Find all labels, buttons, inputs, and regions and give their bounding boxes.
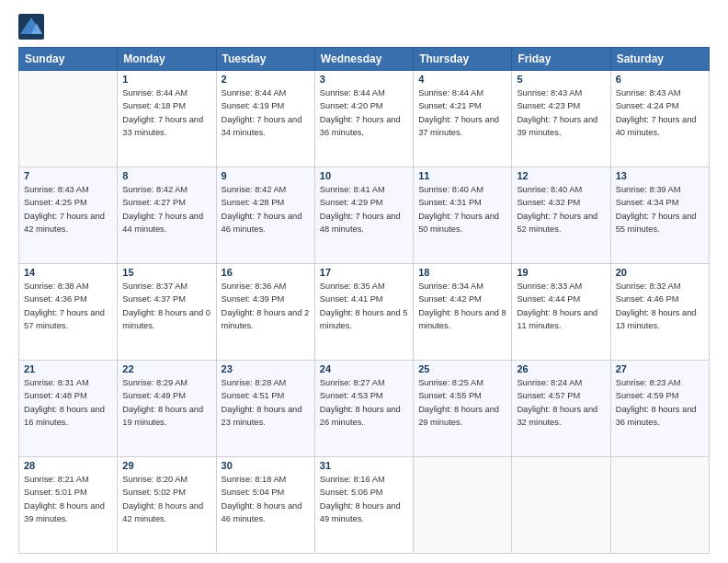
day-number: 22 — [122, 363, 210, 374]
day-number: 12 — [517, 170, 605, 181]
calendar-header-row: SundayMondayTuesdayWednesdayThursdayFrid… — [19, 48, 710, 71]
day-info: Sunrise: 8:16 AMSunset: 5:06 PMDaylight:… — [320, 473, 408, 526]
day-info: Sunrise: 8:44 AMSunset: 4:21 PMDaylight:… — [418, 86, 506, 140]
day-number: 25 — [418, 363, 506, 374]
day-number: 3 — [320, 74, 408, 85]
day-info: Sunrise: 8:18 AMSunset: 5:04 PMDaylight:… — [222, 473, 310, 526]
day-number: 8 — [122, 170, 210, 181]
calendar-cell: 12Sunrise: 8:40 AMSunset: 4:32 PMDayligh… — [512, 167, 610, 264]
day-info: Sunrise: 8:43 AMSunset: 4:23 PMDaylight:… — [517, 86, 605, 140]
day-info: Sunrise: 8:44 AMSunset: 4:20 PMDaylight:… — [320, 86, 408, 140]
day-number: 26 — [517, 363, 605, 374]
col-header-friday: Friday — [512, 48, 610, 71]
col-header-thursday: Thursday — [414, 48, 512, 71]
day-number: 13 — [616, 170, 704, 181]
day-info: Sunrise: 8:32 AMSunset: 4:46 PMDaylight:… — [616, 280, 704, 333]
calendar-cell: 3Sunrise: 8:44 AMSunset: 4:20 PMDaylight… — [314, 71, 413, 167]
calendar-week-2: 14Sunrise: 8:38 AMSunset: 4:36 PMDayligh… — [19, 264, 710, 361]
col-header-monday: Monday — [118, 48, 216, 71]
calendar-cell — [19, 71, 118, 167]
calendar-cell: 22Sunrise: 8:29 AMSunset: 4:49 PMDayligh… — [118, 361, 216, 457]
calendar-cell: 9Sunrise: 8:42 AMSunset: 4:28 PMDaylight… — [216, 167, 314, 264]
day-info: Sunrise: 8:35 AMSunset: 4:41 PMDaylight:… — [320, 280, 408, 333]
day-info: Sunrise: 8:29 AMSunset: 4:49 PMDaylight:… — [122, 376, 210, 430]
day-number: 11 — [418, 170, 506, 181]
day-number: 10 — [320, 170, 408, 181]
calendar-cell: 10Sunrise: 8:41 AMSunset: 4:29 PMDayligh… — [314, 167, 413, 264]
day-number: 23 — [222, 363, 310, 374]
calendar-page: SundayMondayTuesdayWednesdayThursdayFrid… — [0, 0, 728, 563]
day-number: 30 — [222, 460, 310, 471]
day-number: 17 — [320, 267, 408, 278]
calendar-cell: 4Sunrise: 8:44 AMSunset: 4:21 PMDaylight… — [414, 71, 512, 167]
day-info: Sunrise: 8:42 AMSunset: 4:27 PMDaylight:… — [122, 183, 210, 236]
day-number: 2 — [222, 74, 310, 85]
calendar-cell: 11Sunrise: 8:40 AMSunset: 4:31 PMDayligh… — [414, 167, 512, 264]
day-info: Sunrise: 8:42 AMSunset: 4:28 PMDaylight:… — [222, 183, 310, 236]
col-header-wednesday: Wednesday — [314, 48, 413, 71]
day-info: Sunrise: 8:44 AMSunset: 4:19 PMDaylight:… — [222, 86, 310, 140]
day-number: 24 — [320, 363, 408, 374]
day-info: Sunrise: 8:39 AMSunset: 4:34 PMDaylight:… — [616, 183, 704, 236]
day-number: 31 — [320, 460, 408, 471]
calendar-cell: 20Sunrise: 8:32 AMSunset: 4:46 PMDayligh… — [610, 264, 709, 361]
calendar-cell: 27Sunrise: 8:23 AMSunset: 4:59 PMDayligh… — [610, 361, 709, 457]
col-header-saturday: Saturday — [610, 48, 709, 71]
day-info: Sunrise: 8:40 AMSunset: 4:31 PMDaylight:… — [418, 183, 506, 236]
calendar-week-4: 28Sunrise: 8:21 AMSunset: 5:01 PMDayligh… — [19, 457, 710, 554]
day-info: Sunrise: 8:21 AMSunset: 5:01 PMDaylight:… — [24, 473, 112, 526]
day-number: 29 — [122, 460, 210, 471]
calendar-cell: 2Sunrise: 8:44 AMSunset: 4:19 PMDaylight… — [216, 71, 314, 167]
logo — [18, 14, 46, 40]
day-info: Sunrise: 8:38 AMSunset: 4:36 PMDaylight:… — [24, 280, 112, 333]
calendar-cell: 15Sunrise: 8:37 AMSunset: 4:37 PMDayligh… — [118, 264, 216, 361]
day-info: Sunrise: 8:31 AMSunset: 4:48 PMDaylight:… — [24, 376, 112, 430]
calendar-cell: 23Sunrise: 8:28 AMSunset: 4:51 PMDayligh… — [216, 361, 314, 457]
day-number: 16 — [222, 267, 310, 278]
day-number: 7 — [24, 170, 112, 181]
day-info: Sunrise: 8:28 AMSunset: 4:51 PMDaylight:… — [222, 376, 310, 430]
col-header-sunday: Sunday — [19, 48, 118, 71]
day-number: 6 — [616, 74, 704, 85]
header — [18, 14, 710, 40]
calendar-cell — [414, 457, 512, 554]
calendar-cell: 16Sunrise: 8:36 AMSunset: 4:39 PMDayligh… — [216, 264, 314, 361]
day-info: Sunrise: 8:44 AMSunset: 4:18 PMDaylight:… — [122, 86, 210, 140]
day-number: 1 — [122, 74, 210, 85]
calendar-cell: 6Sunrise: 8:43 AMSunset: 4:24 PMDaylight… — [610, 71, 709, 167]
day-number: 19 — [517, 267, 605, 278]
calendar-cell: 7Sunrise: 8:43 AMSunset: 4:25 PMDaylight… — [19, 167, 118, 264]
day-info: Sunrise: 8:25 AMSunset: 4:55 PMDaylight:… — [418, 376, 506, 430]
day-number: 14 — [24, 267, 112, 278]
calendar-cell: 31Sunrise: 8:16 AMSunset: 5:06 PMDayligh… — [314, 457, 413, 554]
day-number: 21 — [24, 363, 112, 374]
day-number: 20 — [616, 267, 704, 278]
calendar-cell: 13Sunrise: 8:39 AMSunset: 4:34 PMDayligh… — [610, 167, 709, 264]
day-number: 27 — [616, 363, 704, 374]
logo-icon — [18, 14, 44, 40]
calendar-cell: 30Sunrise: 8:18 AMSunset: 5:04 PMDayligh… — [216, 457, 314, 554]
day-info: Sunrise: 8:36 AMSunset: 4:39 PMDaylight:… — [222, 280, 310, 333]
day-info: Sunrise: 8:40 AMSunset: 4:32 PMDaylight:… — [517, 183, 605, 236]
calendar-cell: 18Sunrise: 8:34 AMSunset: 4:42 PMDayligh… — [414, 264, 512, 361]
day-info: Sunrise: 8:43 AMSunset: 4:25 PMDaylight:… — [24, 183, 112, 236]
day-info: Sunrise: 8:43 AMSunset: 4:24 PMDaylight:… — [616, 86, 704, 140]
calendar-cell: 28Sunrise: 8:21 AMSunset: 5:01 PMDayligh… — [19, 457, 118, 554]
calendar-cell: 1Sunrise: 8:44 AMSunset: 4:18 PMDaylight… — [118, 71, 216, 167]
day-info: Sunrise: 8:37 AMSunset: 4:37 PMDaylight:… — [122, 280, 210, 333]
day-number: 18 — [418, 267, 506, 278]
day-info: Sunrise: 8:24 AMSunset: 4:57 PMDaylight:… — [517, 376, 605, 430]
calendar-cell — [512, 457, 610, 554]
calendar-table: SundayMondayTuesdayWednesdayThursdayFrid… — [18, 47, 710, 554]
calendar-cell: 21Sunrise: 8:31 AMSunset: 4:48 PMDayligh… — [19, 361, 118, 457]
calendar-cell: 26Sunrise: 8:24 AMSunset: 4:57 PMDayligh… — [512, 361, 610, 457]
day-info: Sunrise: 8:20 AMSunset: 5:02 PMDaylight:… — [122, 473, 210, 526]
day-number: 9 — [222, 170, 310, 181]
calendar-cell: 8Sunrise: 8:42 AMSunset: 4:27 PMDaylight… — [118, 167, 216, 264]
calendar-cell: 29Sunrise: 8:20 AMSunset: 5:02 PMDayligh… — [118, 457, 216, 554]
day-info: Sunrise: 8:27 AMSunset: 4:53 PMDaylight:… — [320, 376, 408, 430]
col-header-tuesday: Tuesday — [216, 48, 314, 71]
calendar-cell — [610, 457, 709, 554]
calendar-cell: 25Sunrise: 8:25 AMSunset: 4:55 PMDayligh… — [414, 361, 512, 457]
day-number: 28 — [24, 460, 112, 471]
